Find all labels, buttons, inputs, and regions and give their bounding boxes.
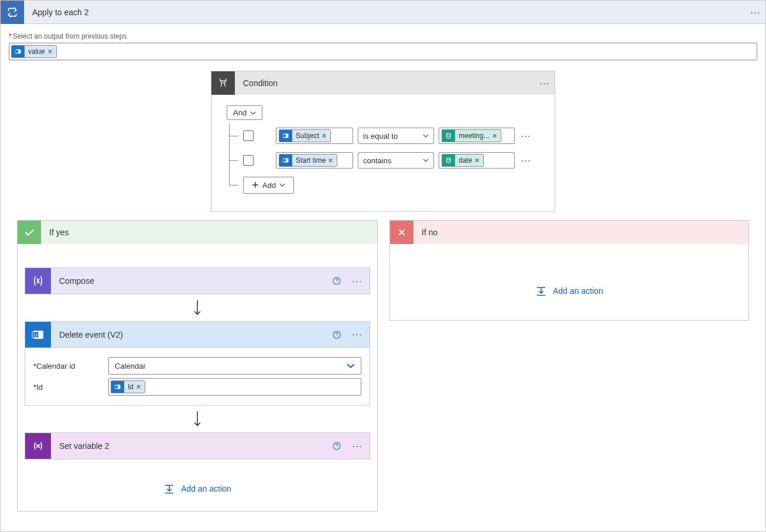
operator-label: contains (363, 156, 391, 165)
svg-rect-14 (115, 386, 118, 389)
insert-action-icon (163, 483, 175, 495)
condition-icon (211, 71, 235, 95)
condition-field-box[interactable]: Start time✕ (276, 152, 353, 169)
token-label: Id (128, 383, 134, 391)
help-icon[interactable] (332, 276, 341, 286)
svg-point-4 (447, 133, 451, 135)
remove-token-icon[interactable]: ✕ (492, 132, 497, 140)
svg-rect-1 (15, 50, 19, 53)
close-icon (390, 221, 413, 244)
remove-token-icon[interactable]: ✕ (328, 157, 333, 164)
token-value[interactable]: value✕ (11, 45, 57, 58)
event-id-label: *Id (33, 383, 108, 392)
token-date[interactable]: date✕ (442, 154, 484, 167)
condition-value-box[interactable]: date✕ (439, 152, 515, 169)
condition-field-box[interactable]: Subject✕ (276, 128, 353, 144)
chevron-down-icon (423, 157, 429, 163)
set-variable-title: Set variable 2 (51, 441, 332, 451)
delete-event-menu[interactable]: ··· (345, 328, 370, 341)
chevron-down-icon (423, 133, 429, 139)
token-value-label: value (28, 47, 45, 56)
ellipsis-icon: ··· (750, 7, 761, 18)
if-no-branch: If no Add an action (389, 220, 749, 321)
apply-to-each-menu[interactable]: ··· (746, 7, 765, 18)
delete-event-card: O Delete event (V2) ··· *Calendar id (25, 321, 370, 406)
chevron-down-icon (279, 182, 285, 188)
remove-token-icon[interactable]: ✕ (322, 132, 327, 140)
svg-rect-3 (283, 135, 286, 138)
condition-menu[interactable]: ··· (535, 78, 555, 88)
token-start-time[interactable]: Start time✕ (279, 154, 337, 167)
arrow-down-icon (192, 410, 203, 428)
help-icon[interactable] (332, 330, 341, 339)
loop-icon (1, 1, 24, 24)
arrow-down-icon (192, 299, 203, 317)
insert-action-icon (535, 285, 547, 297)
svg-point-7 (447, 158, 451, 160)
compose-icon (25, 268, 51, 294)
output-from-prev-label: *Select an output from previous steps (9, 32, 757, 40)
outlook-icon (279, 155, 292, 166)
operator-dropdown[interactable]: contains (358, 152, 434, 169)
add-condition-label: Add (262, 181, 276, 190)
set-variable-card[interactable]: Set variable 2 ··· (25, 433, 370, 459)
output-from-prev-field[interactable]: value✕ (9, 43, 757, 60)
if-yes-title: If yes (41, 228, 69, 237)
chevron-down-icon (347, 362, 355, 370)
compose-menu[interactable]: ··· (345, 275, 370, 287)
operator-dropdown[interactable]: is equal to (358, 128, 434, 144)
condition-group-label: And (233, 108, 247, 117)
add-condition-button[interactable]: Add (243, 177, 294, 194)
add-action-no-button[interactable]: Add an action (535, 285, 603, 297)
if-no-title: If no (413, 228, 437, 237)
condition-header[interactable]: Condition ··· (211, 71, 555, 95)
condition-title: Condition (235, 78, 535, 88)
row-checkbox[interactable] (243, 131, 254, 141)
operator-label: is equal to (363, 132, 398, 140)
delete-event-title: Delete event (V2) (51, 330, 332, 339)
calendar-id-label: *Calendar id (33, 362, 108, 370)
token-subject[interactable]: Subject✕ (279, 129, 331, 142)
delete-event-header[interactable]: O Delete event (V2) ··· (25, 322, 370, 348)
variable-icon (25, 433, 51, 459)
svg-text:O: O (33, 332, 37, 338)
condition-card: Condition ··· And Su (211, 71, 555, 212)
calendar-id-value: Calendar (115, 362, 146, 370)
calendar-id-dropdown[interactable]: Calendar (108, 357, 361, 375)
add-action-label: Add an action (181, 484, 231, 493)
add-action-label: Add an action (553, 286, 603, 296)
token-label: meeting... (459, 132, 490, 140)
outlook-icon (111, 381, 124, 393)
remove-token-icon[interactable]: ✕ (474, 157, 480, 164)
condition-group-dropdown[interactable]: And (227, 105, 262, 120)
event-id-field[interactable]: Id✕ (108, 378, 361, 396)
set-variable-menu[interactable]: ··· (345, 440, 370, 452)
outlook-icon: O (25, 322, 51, 348)
variable-icon (442, 130, 455, 142)
token-meeting[interactable]: meeting...✕ (442, 129, 501, 142)
token-label: date (459, 156, 472, 164)
chevron-down-icon (250, 110, 256, 116)
if-yes-header: If yes (18, 221, 377, 244)
apply-to-each-header[interactable]: Apply to each 2 ··· (1, 1, 765, 24)
compose-title: Compose (51, 276, 332, 286)
condition-row: Start time✕ contains date✕ (227, 148, 539, 173)
condition-add-row: Add (227, 173, 539, 197)
add-action-yes-button[interactable]: Add an action (163, 483, 231, 495)
remove-token-icon[interactable]: ✕ (136, 383, 141, 391)
outlook-icon (279, 130, 292, 142)
compose-card[interactable]: Compose ··· (25, 267, 370, 294)
row-checkbox[interactable] (243, 155, 254, 166)
token-label: Subject (296, 132, 319, 140)
remove-token-icon[interactable]: ✕ (47, 48, 53, 56)
row-menu[interactable]: ··· (521, 130, 531, 142)
outlook-icon (12, 46, 25, 57)
if-yes-branch: If yes Compose ··· (17, 220, 378, 512)
apply-to-each-title: Apply to each 2 (24, 8, 746, 17)
token-id[interactable]: Id✕ (111, 380, 145, 393)
condition-value-box[interactable]: meeting...✕ (439, 128, 515, 144)
row-menu[interactable]: ··· (521, 155, 531, 167)
token-label: Start time (296, 156, 326, 164)
help-icon[interactable] (332, 441, 341, 451)
plus-icon (252, 181, 259, 188)
